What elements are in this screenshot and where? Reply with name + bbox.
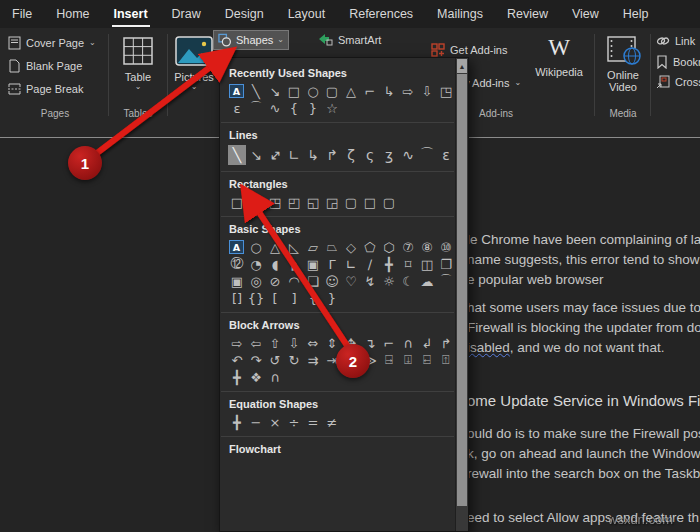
cover-page-button[interactable]: Cover Page ⌄	[8, 36, 96, 50]
shape-option[interactable]: ⍈	[380, 352, 398, 368]
shape-option[interactable]: ∿	[266, 100, 284, 116]
shape-option[interactable]: ▱	[304, 239, 322, 255]
menu-tab-review[interactable]: Review	[495, 1, 560, 28]
shape-option[interactable]: ∿	[399, 145, 417, 165]
shape-option[interactable]: []	[228, 290, 246, 306]
shape-option[interactable]: ε	[437, 145, 455, 165]
shape-option[interactable]: ↱	[437, 335, 455, 351]
shape-option[interactable]: ▣	[304, 256, 322, 272]
bookmark-button[interactable]: Bookmark	[656, 55, 700, 69]
shape-option[interactable]: ▢	[323, 83, 341, 99]
shape-option[interactable]: □	[285, 83, 303, 99]
shape-option[interactable]: ○	[247, 239, 265, 255]
shape-option[interactable]: ⌐	[380, 335, 398, 351]
shape-option[interactable]: ◫	[418, 256, 436, 272]
shape-option[interactable]: ○	[304, 83, 322, 99]
shape-option[interactable]: ⇔	[304, 335, 322, 351]
shape-option[interactable]: ╲	[228, 145, 246, 165]
shape-option[interactable]: ×	[266, 414, 284, 430]
shape-option[interactable]: ⬡	[380, 239, 398, 255]
shape-option[interactable]: ⌑	[399, 256, 417, 272]
shape-option[interactable]: ▣	[228, 273, 246, 289]
shape-option[interactable]: {	[285, 100, 303, 116]
shape-option[interactable]: −	[247, 414, 265, 430]
shape-option[interactable]: ↳	[380, 83, 398, 99]
shape-option[interactable]: ◳	[437, 83, 455, 99]
shape-option[interactable]: ☾	[399, 273, 417, 289]
shape-option[interactable]: ❖	[247, 369, 265, 385]
shape-option[interactable]: ↯	[361, 273, 379, 289]
shape-option[interactable]: ◖	[266, 256, 284, 272]
shape-option[interactable]: ❏	[304, 273, 322, 289]
menu-tab-home[interactable]: Home	[44, 1, 101, 28]
shape-option[interactable]: ╋	[228, 369, 246, 385]
shape-option[interactable]: ↱	[323, 145, 341, 165]
shape-option[interactable]: ⇩	[418, 83, 436, 99]
shape-option[interactable]: Γ	[323, 256, 341, 272]
shape-option[interactable]: ⍇	[418, 352, 436, 368]
shape-option[interactable]: ⌒	[418, 145, 436, 165]
shape-option[interactable]: ε	[228, 100, 246, 116]
shape-option[interactable]: ◠	[285, 273, 303, 289]
smartart-button[interactable]: SmartArt	[318, 33, 381, 46]
shapes-button[interactable]: Shapes ⌄	[213, 30, 289, 50]
shape-option[interactable]: ◗	[285, 256, 303, 272]
menu-tab-draw[interactable]: Draw	[160, 1, 213, 28]
shape-option[interactable]: □	[228, 194, 246, 210]
shape-option[interactable]: ⍗	[399, 352, 417, 368]
shape-option[interactable]: ς	[361, 145, 379, 165]
shape-option[interactable]: ↶	[228, 352, 246, 368]
shape-option[interactable]: ↘	[266, 83, 284, 99]
shape-option[interactable]: A	[229, 84, 244, 98]
shape-option[interactable]: ζ	[342, 145, 360, 165]
shape-option[interactable]: ⑧	[418, 239, 436, 255]
shape-option[interactable]: ⇕	[323, 335, 341, 351]
cross-reference-button[interactable]: Cross-reference	[656, 75, 700, 89]
shape-option[interactable]: ≠	[323, 414, 341, 430]
shape-option[interactable]: ↴	[361, 335, 379, 351]
shape-option[interactable]: ☼	[380, 273, 398, 289]
shape-option[interactable]: A	[229, 240, 244, 254]
shape-option[interactable]: ⇦	[247, 335, 265, 351]
shape-option[interactable]: ⇩	[285, 335, 303, 351]
shape-option[interactable]: ↷	[247, 352, 265, 368]
shape-option[interactable]: ▢	[247, 194, 265, 210]
shape-option[interactable]: ∩	[399, 335, 417, 351]
shape-option[interactable]: △	[342, 83, 360, 99]
wikipedia-button[interactable]: W Wikipedia	[534, 36, 584, 78]
shape-option[interactable]: ╋	[380, 256, 398, 272]
shape-option[interactable]: □	[361, 194, 379, 210]
shape-option[interactable]: ⇨	[399, 83, 417, 99]
shape-option[interactable]: ↺	[266, 352, 284, 368]
menu-tab-layout[interactable]: Layout	[276, 1, 338, 28]
shape-option[interactable]: ⌐	[361, 83, 379, 99]
shape-option[interactable]: ◲	[323, 194, 341, 210]
shape-option[interactable]: ⑫	[228, 256, 246, 272]
shape-option[interactable]: ❐	[437, 256, 455, 272]
shape-option[interactable]: ◱	[304, 194, 322, 210]
shape-option[interactable]: ☆	[323, 100, 341, 116]
pictures-button[interactable]: Pictures ⌄	[172, 35, 216, 91]
shape-option[interactable]: ⇉	[304, 352, 322, 368]
scrollbar-thumb[interactable]	[457, 74, 467, 506]
shape-option[interactable]: ÷	[285, 414, 303, 430]
shape-option[interactable]: ⇨	[228, 335, 246, 351]
shape-option[interactable]: }	[323, 290, 341, 306]
shape-option[interactable]: ▢	[380, 194, 398, 210]
shape-option[interactable]: ↲	[418, 335, 436, 351]
shape-option[interactable]: ◰	[285, 194, 303, 210]
shape-option[interactable]: ∕	[361, 256, 379, 272]
menu-tab-references[interactable]: References	[337, 1, 425, 28]
shape-option[interactable]: =	[304, 414, 322, 430]
shape-option[interactable]: △	[266, 239, 284, 255]
shape-option[interactable]: ≫	[361, 352, 379, 368]
shape-option[interactable]: ⊘	[266, 273, 284, 289]
shape-option[interactable]: ⇧	[266, 335, 284, 351]
shape-option[interactable]: ▢	[342, 194, 360, 210]
shape-option[interactable]: ∟	[342, 256, 360, 272]
shape-option[interactable]: {	[304, 290, 322, 306]
shape-option[interactable]: ↻	[285, 352, 303, 368]
link-button[interactable]: Link	[656, 35, 695, 47]
shape-option[interactable]: ⇥	[323, 352, 341, 368]
shape-option[interactable]: ◺	[285, 239, 303, 255]
